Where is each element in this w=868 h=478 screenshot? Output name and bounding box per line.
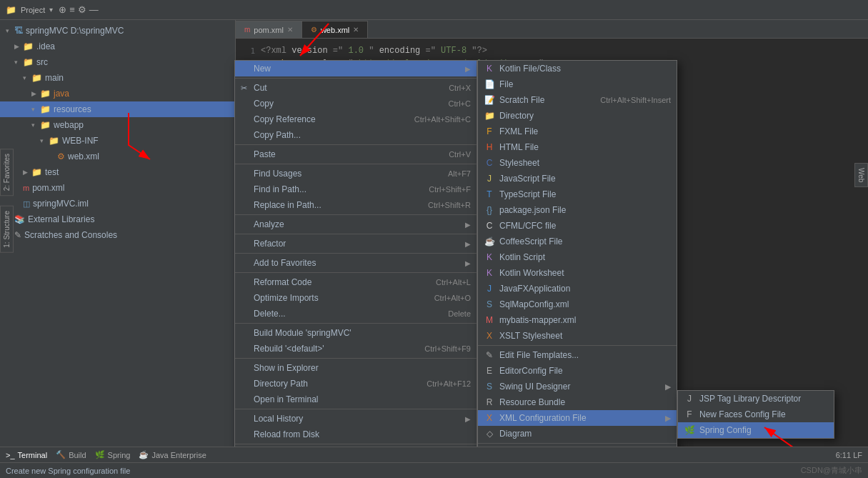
tree-item-test[interactable]: ▶ 📁 test <box>0 164 235 180</box>
submenu-item-diagram[interactable]: ◇ Diagram <box>478 426 677 442</box>
side-tab-favorites[interactable]: 2: Favorites <box>0 149 14 196</box>
submenu-item-mybatis[interactable]: M mybatis-mapper.xml <box>478 312 677 328</box>
bottom-tab-spring[interactable]: 🌿 Spring <box>95 450 131 459</box>
tree-item-src[interactable]: ▾ 📁 src <box>0 54 235 70</box>
line-number: 1 <box>236 46 261 56</box>
tree-item-extlibs[interactable]: ▶ 📚 External Libraries <box>0 211 235 227</box>
context-menu-item-delete[interactable]: Delete... Delete <box>235 306 477 322</box>
tree-item-idea[interactable]: ▶ 📁 .idea <box>0 39 235 54</box>
submenu-item-sqlmapconfig[interactable]: S SqlMapConfig.xml <box>478 297 677 312</box>
submenu-item-pkgjson[interactable]: {} package.json File <box>478 202 677 218</box>
submenu-item-fxml[interactable]: F FXML File <box>478 124 677 139</box>
minimize-icon[interactable]: — <box>89 4 99 15</box>
bottom-tab-javaenterprise[interactable]: ☕ Java Enterprise <box>139 450 206 459</box>
tab-webxml[interactable]: ⚙ web.xml ✕ <box>302 21 368 38</box>
submenu-item-swingui[interactable]: S Swing UI Designer ▶ <box>478 379 677 394</box>
submenu-item-cfml[interactable]: C CFML/CFC file <box>478 218 677 234</box>
item-label: Replace in Path... <box>254 200 425 210</box>
tree-item-scratches[interactable]: ▶ ✎ Scratches and Consoles <box>0 227 235 243</box>
context-menu-item-copy[interactable]: Copy Ctrl+C <box>235 96 477 111</box>
context-menu-item-findinpath[interactable]: Find in Path... Ctrl+Shift+F <box>235 181 477 197</box>
submenu-item-xslt[interactable]: X XSLT Stylesheet <box>478 328 677 344</box>
submenu-item-editorconfig[interactable]: E EditorConfig File <box>478 363 677 379</box>
add-module-icon[interactable]: ⊕ <box>59 4 66 15</box>
collapse-icon[interactable]: ≡ <box>69 4 75 15</box>
submenu-item-kotlinscript[interactable]: K Kotlin Script <box>478 249 677 265</box>
submenu-item-javafx[interactable]: J JavaFXApplication <box>478 281 677 297</box>
tree-label: .idea <box>36 41 55 51</box>
submenu-item-editfiletemplates[interactable]: ✎ Edit File Templates... <box>478 347 677 363</box>
context-menu-item-reload[interactable]: Reload from Disk <box>235 427 477 442</box>
submenu-item-stylesheet[interactable]: C Stylesheet <box>478 155 677 171</box>
context-menu-item-new[interactable]: New ▶ <box>235 61 477 76</box>
context-menu-item-optimize[interactable]: Optimize Imports Ctrl+Alt+O <box>235 290 477 306</box>
context-menu-item-addtofav[interactable]: Add to Favorites ▶ <box>235 255 477 271</box>
submenu-item-coffeescript[interactable]: ☕ CoffeeScript File <box>478 234 677 249</box>
context-menu[interactable]: New ▶ ✂ Cut Ctrl+X Copy Ctrl+C Copy Refe… <box>234 60 477 447</box>
javaenterprise-tab-icon: ☕ <box>139 450 149 459</box>
xml-icon: ⚙ <box>57 151 65 161</box>
item-label: JavaFXApplication <box>499 284 570 294</box>
tree-item-pomxml[interactable]: ▶ m pom.xml <box>0 180 235 196</box>
context-menu-item-rebuild[interactable]: Rebuild '<default>' Ctrl+Shift+F9 <box>235 341 477 357</box>
separator <box>235 234 477 234</box>
tab-close-icon[interactable]: ✕ <box>353 26 359 34</box>
context-menu-item-paste[interactable]: Paste Ctrl+V <box>235 146 477 162</box>
bottom-tab-build[interactable]: 🔨 Build <box>56 450 86 459</box>
submenu-item-js[interactable]: J JavaScript File <box>478 171 677 186</box>
context-menu-item-dirpath[interactable]: Directory Path Ctrl+Alt+F12 <box>235 376 477 392</box>
tree-item-java[interactable]: ▶ 📁 java <box>0 86 235 101</box>
context-menu-item-copypath[interactable]: Copy Path... <box>235 127 477 143</box>
side-tab-web[interactable]: Web <box>854 163 868 187</box>
submenu-item-springconfig[interactable]: 🌿 Spring Config <box>678 422 834 438</box>
spring-tab-icon: 🌿 <box>95 450 105 459</box>
context-menu-item-openinterminal[interactable]: Open in Terminal <box>235 392 477 407</box>
context-menu-item-copyref[interactable]: Copy Reference Ctrl+Alt+Shift+C <box>235 111 477 127</box>
tree-item-springmvc[interactable]: ▾ 🏗 springMVC D:\springMVC <box>0 23 235 39</box>
submenu-item-createservlet[interactable]: C Create New Servlet <box>478 445 677 447</box>
code-text: <?xml version =" 1.0 " encoding =" UTF-8… <box>261 46 487 56</box>
context-menu-item-compare[interactable]: ⟺ Compare With... Ctrl+D <box>235 446 477 447</box>
submenu-item-directory[interactable]: 📁 Directory <box>478 108 677 124</box>
submenu-item-kotlin[interactable]: K Kotlin File/Class <box>478 61 677 76</box>
tab-icon: m <box>244 26 250 34</box>
tree-item-webinf[interactable]: ▾ 📁 WEB-INF <box>0 133 235 149</box>
submenu-item-kotlinworksheet[interactable]: K Kotlin Worksheet <box>478 265 677 281</box>
submenu-item-xmlconfig[interactable]: X XML Configuration File ▶ <box>478 410 677 426</box>
tab-pomxml[interactable]: m pom.xml ✕ <box>236 21 302 38</box>
context-menu-item-buildmodule[interactable]: Build Module 'springMVC' <box>235 325 477 341</box>
tree-item-webapp[interactable]: ▾ 📁 webapp <box>0 117 235 133</box>
tree-label: main <box>45 73 64 83</box>
tree-item-main[interactable]: ▾ 📁 main <box>0 70 235 86</box>
sidebar: ▾ 🏗 springMVC D:\springMVC ▶ 📁 .idea ▾ 📁… <box>0 20 236 447</box>
context-menu-item-replaceinpath[interactable]: Replace in Path... Ctrl+Shift+R <box>235 197 477 213</box>
item-label: Rebuild '<default>' <box>254 344 421 354</box>
tree-item-iml[interactable]: ▶ ◫ springMVC.iml <box>0 196 235 211</box>
context-menu-item-localhistory[interactable]: Local History ▶ <box>235 411 477 427</box>
item-label: Delete... <box>254 309 445 319</box>
submenu-item-file[interactable]: 📄 File <box>478 76 677 92</box>
context-menu-item-findusages[interactable]: Find Usages Alt+F7 <box>235 166 477 181</box>
item-label: Find in Path... <box>254 184 426 194</box>
context-menu-item-cut[interactable]: ✂ Cut Ctrl+X <box>235 80 477 96</box>
side-tab-structure[interactable]: 1: Structure <box>0 206 14 253</box>
tree-item-webxml[interactable]: ▶ ⚙ web.xml <box>0 149 235 164</box>
submenu-item-resourcebundle[interactable]: R Resource Bundle <box>478 394 677 410</box>
project-dropdown-icon[interactable]: ▾ <box>49 6 53 14</box>
submenu-item-html[interactable]: H HTML File <box>478 139 677 155</box>
context-menu-item-refactor[interactable]: Refactor ▶ <box>235 236 477 252</box>
file-type-submenu[interactable]: K Kotlin File/Class 📄 File 📝 Scratch Fil… <box>477 60 677 447</box>
title-bar-actions: ⊕ ≡ ⚙ — <box>59 4 99 15</box>
context-menu-item-showinexplorer[interactable]: Show in Explorer <box>235 360 477 376</box>
submenu-item-scratch[interactable]: 📝 Scratch File Ctrl+Alt+Shift+Insert <box>478 92 677 108</box>
folder-icon: 📁 <box>31 167 42 177</box>
context-menu-item-analyze[interactable]: Analyze ▶ <box>235 216 477 232</box>
settings-icon[interactable]: ⚙ <box>78 4 86 15</box>
item-label: Analyze <box>254 219 462 229</box>
bottom-tab-terminal[interactable]: >_ Terminal <box>6 451 47 459</box>
context-menu-item-reformat[interactable]: Reformat Code Ctrl+Alt+L <box>235 274 477 290</box>
css-icon: C <box>484 157 495 169</box>
tree-item-resources[interactable]: ▾ 📁 resources <box>0 101 235 117</box>
tab-close-icon[interactable]: ✕ <box>287 26 293 34</box>
submenu-item-ts[interactable]: T TypeScript File <box>478 186 677 202</box>
